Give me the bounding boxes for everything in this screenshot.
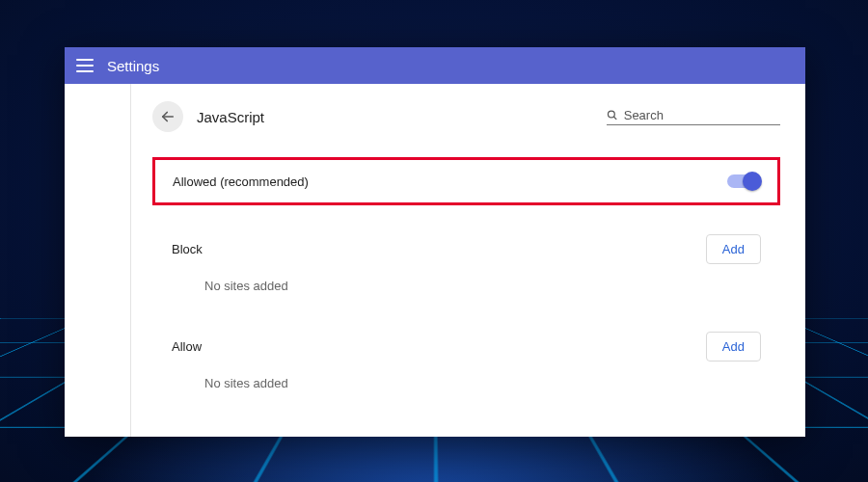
arrow-left-icon [159,108,176,125]
title-row: JavaScript [152,97,780,136]
search-input[interactable] [624,108,780,122]
search-field[interactable] [607,108,780,125]
allowed-toggle-label: Allowed (recommended) [173,174,309,189]
window-body: JavaScript Allowed (recommended) Block A… [65,84,805,437]
allowed-toggle-row: Allowed (recommended) [152,157,780,205]
block-add-button[interactable]: Add [706,234,761,264]
header-title: Settings [107,58,159,74]
allowed-toggle[interactable] [727,174,760,188]
block-empty-text: No sites added [152,265,780,293]
content-area: JavaScript Allowed (recommended) Block A… [131,84,805,437]
block-section-title: Block [172,242,203,256]
back-button[interactable] [152,101,183,132]
allow-section-header: Allow Add [152,330,780,362]
page-title: JavaScript [197,109,264,125]
settings-window: Settings JavaScript Allowed (recommended… [65,47,805,437]
menu-icon[interactable] [76,59,94,72]
allow-empty-text: No sites added [152,362,780,390]
svg-point-1 [608,111,614,118]
search-icon [607,109,618,121]
toggle-knob-icon [743,172,762,191]
sidebar-gutter [65,84,131,437]
allow-add-button[interactable]: Add [706,332,761,362]
window-header: Settings [65,47,805,84]
svg-line-2 [614,117,617,120]
allow-section-title: Allow [172,339,202,354]
block-section-header: Block Add [152,232,780,265]
